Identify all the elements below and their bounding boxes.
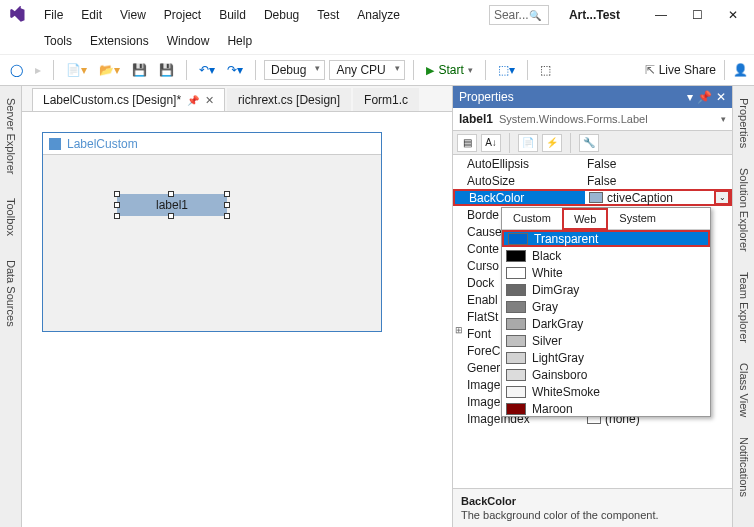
- menu-analyze[interactable]: Analyze: [349, 4, 408, 26]
- color-swatch: [506, 284, 526, 296]
- undo-button[interactable]: ↶▾: [195, 61, 219, 79]
- step-button[interactable]: ⬚▾: [494, 61, 519, 79]
- color-item[interactable]: Maroon: [502, 400, 710, 416]
- tab-class[interactable]: Class View: [736, 357, 752, 423]
- selection-handle[interactable]: [168, 213, 174, 219]
- close-button[interactable]: ✕: [718, 5, 748, 25]
- alphabetical-button[interactable]: A↓: [481, 134, 501, 152]
- redo-button[interactable]: ↷▾: [223, 61, 247, 79]
- selection-handle[interactable]: [224, 202, 230, 208]
- account-icon[interactable]: 👤: [733, 63, 748, 77]
- color-swatch: [506, 301, 526, 313]
- tab-notifications[interactable]: Notifications: [736, 431, 752, 503]
- categorized-button[interactable]: ▤: [457, 134, 477, 152]
- menu-tools[interactable]: Tools: [36, 30, 80, 54]
- color-item[interactable]: Gray: [502, 298, 710, 315]
- doc-tab-active[interactable]: LabelCustom.cs [Design]* 📌 ✕: [32, 88, 225, 111]
- pin-icon[interactable]: 📌: [697, 90, 712, 104]
- start-button[interactable]: ▶ Start ▾: [422, 61, 476, 79]
- misc-button[interactable]: ⬚: [536, 61, 555, 79]
- color-swatch: [506, 335, 526, 347]
- color-item[interactable]: DarkGray: [502, 315, 710, 332]
- tab-solution[interactable]: Solution Explorer: [736, 162, 752, 258]
- form-window[interactable]: LabelCustom: [42, 132, 382, 332]
- tab-data-sources[interactable]: Data Sources: [3, 254, 19, 333]
- project-name: Art...Test: [555, 8, 634, 22]
- save-all-button[interactable]: 💾: [155, 61, 178, 79]
- selection-handle[interactable]: [224, 213, 230, 219]
- color-swatch: [506, 386, 526, 398]
- colorpicker-tab-custom[interactable]: Custom: [502, 208, 562, 229]
- close-icon[interactable]: ✕: [205, 94, 214, 107]
- wrench-button[interactable]: 🔧: [579, 134, 599, 152]
- object-name: label1: [459, 112, 493, 126]
- doc-tab-2[interactable]: richrext.cs [Design]: [227, 88, 351, 111]
- tab-properties[interactable]: Properties: [736, 92, 752, 154]
- close-icon[interactable]: ✕: [716, 90, 726, 104]
- form-icon: [49, 138, 61, 150]
- chevron-down-icon[interactable]: ▾: [721, 114, 726, 124]
- menu-project[interactable]: Project: [156, 4, 209, 26]
- color-item[interactable]: DimGray: [502, 281, 710, 298]
- color-swatch: [589, 192, 603, 203]
- maximize-button[interactable]: ☐: [682, 5, 712, 25]
- nav-back-button[interactable]: ◯: [6, 61, 27, 79]
- open-button[interactable]: 📂▾: [95, 61, 124, 79]
- menu-window[interactable]: Window: [159, 30, 218, 54]
- config-combo[interactable]: Debug: [264, 60, 325, 80]
- platform-combo[interactable]: Any CPU: [329, 60, 405, 80]
- pin-icon[interactable]: 📌: [187, 95, 199, 106]
- properties-button[interactable]: 📄: [518, 134, 538, 152]
- play-icon: ▶: [426, 64, 434, 77]
- menu-file[interactable]: File: [36, 4, 71, 26]
- nav-fwd-button[interactable]: ▸: [31, 61, 45, 79]
- color-swatch: [506, 267, 526, 279]
- menu-debug[interactable]: Debug: [256, 4, 307, 26]
- color-swatch: [506, 403, 526, 415]
- autohide-icon[interactable]: ▾: [687, 90, 693, 104]
- prop-row[interactable]: AutoSizeFalse: [453, 172, 732, 189]
- selection-handle[interactable]: [114, 191, 120, 197]
- color-item[interactable]: Silver: [502, 332, 710, 349]
- color-item[interactable]: LightGray: [502, 349, 710, 366]
- colorpicker-tab-web[interactable]: Web: [562, 208, 608, 230]
- desc-title: BackColor: [461, 495, 724, 507]
- expand-icon[interactable]: ⊞: [455, 325, 463, 335]
- prop-row[interactable]: AutoEllipsisFalse: [453, 155, 732, 172]
- color-item[interactable]: Transparent: [502, 230, 710, 247]
- object-type: System.Windows.Forms.Label: [499, 113, 648, 125]
- menu-view[interactable]: View: [112, 4, 154, 26]
- tab-team[interactable]: Team Explorer: [736, 266, 752, 349]
- color-swatch: [508, 233, 528, 245]
- menu-edit[interactable]: Edit: [73, 4, 110, 26]
- save-button[interactable]: 💾: [128, 61, 151, 79]
- form-title: LabelCustom: [67, 137, 138, 151]
- colorpicker-tab-system[interactable]: System: [608, 208, 667, 229]
- menu-build[interactable]: Build: [211, 4, 254, 26]
- selection-handle[interactable]: [114, 213, 120, 219]
- liveshare-button[interactable]: Live Share: [659, 63, 716, 77]
- doc-tab-3[interactable]: Form1.c: [353, 88, 419, 111]
- search-box[interactable]: Sear... 🔍: [489, 5, 549, 25]
- dropdown-button[interactable]: ⌄: [714, 190, 730, 205]
- selection-handle[interactable]: [224, 191, 230, 197]
- selection-handle[interactable]: [168, 191, 174, 197]
- colorpicker-list[interactable]: TransparentBlackWhiteDimGrayGrayDarkGray…: [502, 230, 710, 416]
- new-file-button[interactable]: 📄▾: [62, 61, 91, 79]
- color-item[interactable]: Gainsboro: [502, 366, 710, 383]
- menu-extensions[interactable]: Extensions: [82, 30, 157, 54]
- prop-row-backcolor[interactable]: BackColor ctiveCaption⌄: [453, 189, 732, 206]
- menu-test[interactable]: Test: [309, 4, 347, 26]
- color-item[interactable]: WhiteSmoke: [502, 383, 710, 400]
- color-item[interactable]: Black: [502, 247, 710, 264]
- minimize-button[interactable]: —: [646, 5, 676, 25]
- menu-help[interactable]: Help: [219, 30, 260, 54]
- selection-handle[interactable]: [114, 202, 120, 208]
- properties-header[interactable]: Properties ▾ 📌 ✕: [453, 86, 732, 108]
- search-placeholder: Sear...: [494, 8, 529, 22]
- color-swatch: [506, 318, 526, 330]
- tab-toolbox[interactable]: Toolbox: [3, 192, 19, 242]
- color-item[interactable]: White: [502, 264, 710, 281]
- events-button[interactable]: ⚡: [542, 134, 562, 152]
- tab-server-explorer[interactable]: Server Explorer: [3, 92, 19, 180]
